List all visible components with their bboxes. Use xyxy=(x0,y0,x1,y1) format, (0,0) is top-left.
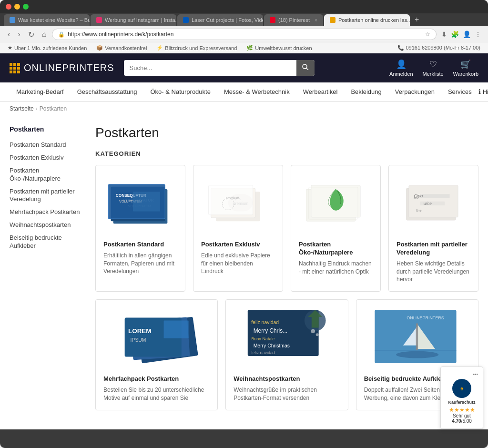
info-text-3: Blitzdruck und Expressversand xyxy=(165,45,237,51)
search-input[interactable] xyxy=(124,61,296,75)
product-svg-partiell: fine wine line Cino xyxy=(396,174,470,234)
trusted-shops-badge[interactable]: ••• e Käuferschutz ★★★★★ Sehr gut 4.70/5… xyxy=(440,367,483,429)
svg-rect-27 xyxy=(420,202,445,205)
nav-bekleidung[interactable]: Bekleidung xyxy=(344,82,388,101)
home-button[interactable]: ⌂ xyxy=(40,29,49,40)
back-button[interactable]: ‹ xyxy=(6,29,12,40)
nav-oeko[interactable]: Öko- & Naturprodukte xyxy=(143,82,217,101)
search-button[interactable] xyxy=(296,60,315,76)
nav-help[interactable]: ℹ Hilfe xyxy=(478,88,488,95)
svg-rect-26 xyxy=(420,194,450,198)
download-icon[interactable]: ⬇ xyxy=(440,30,448,39)
product-image-weihnacht: feliz navidad Merry Chris... Buon Natale… xyxy=(234,307,340,369)
sidebar: Postkarten Postkarten Standard Postkarte… xyxy=(10,116,95,410)
sidebar-item-oeko[interactable]: Postkarten Öko-/Naturpapiere xyxy=(10,164,86,185)
sidebar-item-weihnacht[interactable]: Weihnachtspostkarten xyxy=(10,219,86,232)
info-text-4: Umweltbewusst drucken xyxy=(255,45,312,51)
tab-label-4: (18) Pinterest xyxy=(278,17,310,23)
new-tab-button[interactable]: + xyxy=(411,13,423,26)
svg-text:LOREM: LOREM xyxy=(128,328,151,335)
sidebar-item-partiell[interactable]: Postkarten mit partieller Veredelung xyxy=(10,185,86,206)
tab-5[interactable]: Postkarten online drucken las... × xyxy=(324,14,410,26)
menu-icon[interactable]: ⋮ xyxy=(474,30,482,39)
sidebar-item-exklusiv[interactable]: Postkarten Exklusiv xyxy=(10,152,86,164)
svg-rect-34 xyxy=(164,321,189,338)
sidebar-title: Postkarten xyxy=(10,125,86,133)
tab-label-2: Werbung auf Instagram | Insta... xyxy=(105,17,176,23)
svg-text:Buon Natale: Buon Natale xyxy=(252,337,275,342)
product-name-weihnacht: Weihnachtspostkarten xyxy=(234,375,340,383)
product-grid-row1: CONSEQUATUR VOLUPTATEM CONSEQUATUR VOLUP… xyxy=(95,165,478,292)
sidebar-item-aufkleber[interactable]: Beiseitig bedruckte Aufkleber xyxy=(10,232,86,253)
nav-verpackungen[interactable]: Verpackungen xyxy=(388,82,441,101)
product-desc-oeko: Nachhaltig Eindruck machen - mit einer n… xyxy=(299,260,373,276)
tab-favicon-5 xyxy=(330,17,336,23)
product-card-standard[interactable]: CONSEQUATUR VOLUPTATEM CONSEQUATUR VOLUP… xyxy=(95,165,185,292)
product-svg-weihnacht: feliz navidad Merry Chris... Buon Natale… xyxy=(234,307,340,369)
tab-4[interactable]: (18) Pinterest × xyxy=(264,14,323,26)
reload-button[interactable]: ↻ xyxy=(26,29,36,40)
bookmark-icon: ☆ xyxy=(425,31,430,38)
cart-button[interactable]: 🛒 Warenkorb xyxy=(453,59,478,77)
product-card-mehrfach[interactable]: LOREM IPSUM Mehrfachpack Postkarten Best… xyxy=(95,299,218,410)
product-image-partiell: fine wine line Cino xyxy=(396,173,470,235)
product-card-oeko[interactable]: Postkarten Öko-/Naturpapiere Nachhaltig … xyxy=(291,165,381,292)
navigation: Marketing-Bedarf Geschäftsausstattung Ök… xyxy=(0,82,488,102)
svg-rect-15 xyxy=(209,185,253,215)
url-bar[interactable]: 🔒 https://www.onlineprinters.de/k/postka… xyxy=(52,29,437,40)
wishlist-button[interactable]: ♡ Merkliste xyxy=(423,59,444,77)
tab-2[interactable]: Werbung auf Instagram | Insta... × xyxy=(91,14,176,26)
info-bar: ★ Über 1 Mio. zufriedene Kunden 📦 Versan… xyxy=(0,43,488,53)
forward-button[interactable]: › xyxy=(16,29,22,40)
svg-text:feliz navidad: feliz navidad xyxy=(252,320,279,325)
product-name-standard: Postkarten Standard xyxy=(103,241,177,249)
logo-text: ONLINEPRINTERS xyxy=(24,62,114,73)
svg-text:Merry Chris...: Merry Chris... xyxy=(254,327,287,334)
nav-messe[interactable]: Messe- & Werbetechnik xyxy=(217,82,296,101)
extensions-icon[interactable]: 🧩 xyxy=(450,30,460,39)
trusted-logo-circle: e xyxy=(452,379,471,398)
sidebar-item-mehrfach[interactable]: Mehrfachpack Postkarten xyxy=(10,206,86,219)
svg-rect-22 xyxy=(409,185,458,217)
tab-close-4[interactable]: × xyxy=(315,18,317,23)
svg-text:IPSUM: IPSUM xyxy=(131,338,146,343)
sidebar-item-standard[interactable]: Postkarten Standard xyxy=(10,139,86,152)
wishlist-label: Merkliste xyxy=(423,71,444,77)
product-name-mehrfach: Mehrfachpack Postkarten xyxy=(103,375,210,383)
website-content: ★ Über 1 Mio. zufriedene Kunden 📦 Versan… xyxy=(0,43,488,429)
help-icon: ℹ xyxy=(478,88,481,95)
product-card-weihnacht[interactable]: feliz navidad Merry Chris... Buon Natale… xyxy=(225,299,348,410)
maximize-button[interactable] xyxy=(23,4,29,10)
breadcrumb-separator: › xyxy=(36,105,38,112)
product-image-mehrfach: LOREM IPSUM xyxy=(103,307,210,369)
breadcrumb-home[interactable]: Startseite xyxy=(10,105,34,112)
product-svg-standard: CONSEQUATUR VOLUPTATEM CONSEQUATUR VOLUP… xyxy=(103,174,177,234)
product-card-partiell[interactable]: fine wine line Cino Postkarten mit parti… xyxy=(388,165,478,292)
nav-marketing[interactable]: Marketing-Bedarf xyxy=(10,82,71,101)
page-title: Postkarten xyxy=(95,125,478,141)
svg-text:premium: premium xyxy=(226,196,239,200)
phone-info: 📞 09161 6209800 (Mo-Fr 8-17:00) xyxy=(397,45,480,51)
nav-werbe[interactable]: Werbeartikel xyxy=(296,82,345,101)
site-header: ONLINEPRINTERS 👤 Anmelden ♡ xyxy=(0,53,488,82)
logo[interactable]: ONLINEPRINTERS xyxy=(10,62,114,73)
info-item-3: ⚡ Blitzdruck und Expressversand xyxy=(156,45,237,51)
tab-1[interactable]: Was kostet eine Website? – Bu... × xyxy=(4,14,90,26)
address-bar: ‹ › ↻ ⌂ 🔒 https://www.onlineprinters.de/… xyxy=(0,26,488,43)
breadcrumb: Startseite › Postkarten xyxy=(0,102,488,116)
product-desc-standard: Erhältlich in allen gängigen Formaten, P… xyxy=(103,252,177,275)
close-button[interactable] xyxy=(6,4,11,10)
minimize-button[interactable] xyxy=(14,4,20,10)
star-icon: ★ xyxy=(8,45,12,51)
login-button[interactable]: 👤 Anmelden xyxy=(389,59,413,77)
product-card-exklusiv[interactable]: premium premium Postkarten Exklusiv Edle… xyxy=(193,165,283,292)
tab-3[interactable]: Laser Cut projects | Fotos, Vide... × xyxy=(177,14,263,26)
profile-icon[interactable]: 👤 xyxy=(462,30,472,39)
login-icon: 👤 xyxy=(396,59,407,70)
search-bar xyxy=(124,60,315,76)
product-name-exklusiv: Postkarten Exklusiv xyxy=(201,241,275,249)
header-actions: 👤 Anmelden ♡ Merkliste 🛒 Warenkorb xyxy=(389,59,478,77)
login-label: Anmelden xyxy=(389,71,413,77)
nav-services[interactable]: Services xyxy=(441,82,478,101)
nav-geschaeft[interactable]: Geschäftsausstattung xyxy=(71,82,144,101)
